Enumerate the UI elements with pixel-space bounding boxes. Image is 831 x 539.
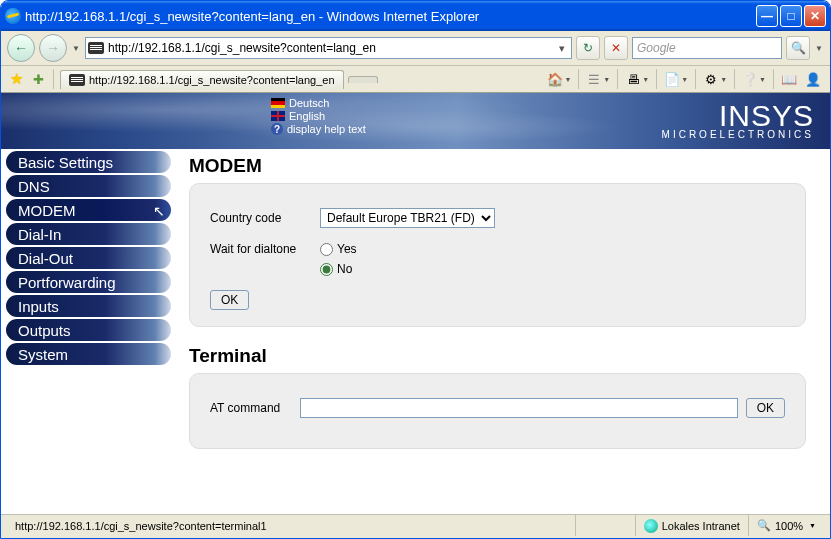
sidebar-item-system[interactable]: System bbox=[6, 343, 171, 365]
banner: Deutsch English ?display help text INSYS… bbox=[1, 93, 830, 149]
stop-button[interactable]: ✕ bbox=[604, 36, 628, 60]
address-bar[interactable]: http://192.168.1.1/cgi_s_newsite?content… bbox=[85, 37, 572, 59]
zoom-label: 100% bbox=[775, 520, 803, 532]
help-link[interactable]: ?display help text bbox=[271, 123, 366, 135]
wait-no-radio[interactable] bbox=[320, 263, 333, 276]
sidebar-item-dns[interactable]: DNS bbox=[6, 175, 171, 197]
modem-panel: Country code Default Europe TBR21 (FD) W… bbox=[189, 183, 806, 327]
site-icon bbox=[88, 42, 104, 54]
flag-en-icon bbox=[271, 111, 285, 121]
lang-de-link[interactable]: Deutsch bbox=[271, 97, 366, 109]
status-zone: Lokales Intranet bbox=[635, 515, 748, 536]
logo-top: INSYS bbox=[662, 99, 814, 133]
country-code-label: Country code bbox=[210, 211, 320, 225]
lang-en-label: English bbox=[289, 110, 325, 122]
research-button[interactable]: 📖 bbox=[778, 69, 800, 89]
close-button[interactable]: ✕ bbox=[804, 5, 826, 27]
address-dropdown[interactable]: ▾ bbox=[554, 42, 569, 55]
sidebar-item-label: Inputs bbox=[18, 298, 59, 315]
at-command-input[interactable] bbox=[300, 398, 738, 418]
wait-no-label: No bbox=[337, 262, 352, 276]
window-title: http://192.168.1.1/cgi_s_newsite?content… bbox=[25, 9, 756, 24]
ie-window: http://192.168.1.1/cgi_s_newsite?content… bbox=[0, 0, 831, 539]
modem-ok-button[interactable]: OK bbox=[210, 290, 249, 310]
status-zone-label: Lokales Intranet bbox=[662, 520, 740, 532]
sidebar-item-label: Outputs bbox=[18, 322, 71, 339]
terminal-ok-button[interactable]: OK bbox=[746, 398, 785, 418]
minimize-button[interactable]: — bbox=[756, 5, 778, 27]
ie-icon bbox=[5, 8, 21, 24]
flag-de-icon bbox=[271, 98, 285, 108]
help-label: display help text bbox=[287, 123, 366, 135]
sidebar-item-dial-out[interactable]: Dial-Out bbox=[6, 247, 171, 269]
zoom-icon: 🔍 bbox=[757, 519, 771, 532]
print-button[interactable]: 🖶▼ bbox=[622, 69, 652, 89]
tab-current[interactable]: http://192.168.1.1/cgi_s_newsite?content… bbox=[60, 70, 344, 89]
logo-bottom: MICROELECTRONICS bbox=[662, 129, 814, 140]
sidebar-item-label: MODEM bbox=[18, 202, 76, 219]
search-placeholder: Google bbox=[637, 41, 676, 55]
sidebar-item-dial-in[interactable]: Dial-In bbox=[6, 223, 171, 245]
lang-de-label: Deutsch bbox=[289, 97, 329, 109]
messenger-button[interactable]: 👤 bbox=[802, 69, 824, 89]
wait-dialtone-label: Wait for dialtone bbox=[210, 242, 320, 256]
search-go-button[interactable]: 🔍 bbox=[786, 36, 810, 60]
sidebar-item-label: System bbox=[18, 346, 68, 363]
cursor-icon: ↖ bbox=[153, 203, 165, 219]
nav-history-dropdown[interactable]: ▼ bbox=[71, 44, 81, 53]
help-button[interactable]: ❔▼ bbox=[739, 69, 769, 89]
tab-label: http://192.168.1.1/cgi_s_newsite?content… bbox=[89, 74, 335, 86]
help-icon: ? bbox=[271, 123, 283, 135]
address-text: http://192.168.1.1/cgi_s_newsite?content… bbox=[108, 41, 550, 55]
sidebar-item-portforwarding[interactable]: Portforwarding bbox=[6, 271, 171, 293]
statusbar: http://192.168.1.1/cgi_s_newsite?content… bbox=[1, 514, 830, 536]
sidebar-item-label: Portforwarding bbox=[18, 274, 116, 291]
sidebar-item-label: Dial-In bbox=[18, 226, 61, 243]
status-url: http://192.168.1.1/cgi_s_newsite?content… bbox=[7, 515, 575, 536]
tools-menu-button[interactable]: ⚙▼ bbox=[700, 69, 730, 89]
back-button[interactable]: ← bbox=[7, 34, 35, 62]
tab-toolbar: ★ ✚ http://192.168.1.1/cgi_s_newsite?con… bbox=[1, 66, 830, 93]
status-empty-1 bbox=[575, 515, 635, 536]
sidebar-item-modem[interactable]: MODEM↖ bbox=[6, 199, 171, 221]
sidebar-item-outputs[interactable]: Outputs bbox=[6, 319, 171, 341]
country-code-select[interactable]: Default Europe TBR21 (FD) bbox=[320, 208, 495, 228]
at-command-label: AT command bbox=[210, 401, 300, 415]
search-provider-dropdown[interactable]: ▼ bbox=[814, 44, 824, 53]
sidebar-item-label: DNS bbox=[18, 178, 50, 195]
terminal-title: Terminal bbox=[189, 345, 806, 367]
sidebar-item-inputs[interactable]: Inputs bbox=[6, 295, 171, 317]
wait-no-option[interactable]: No bbox=[320, 262, 357, 276]
main-area: MODEM Country code Default Europe TBR21 … bbox=[171, 149, 830, 477]
zoom-control[interactable]: 🔍 100% ▼ bbox=[748, 515, 824, 536]
wait-yes-label: Yes bbox=[337, 242, 357, 256]
new-tab-button[interactable] bbox=[348, 76, 378, 83]
lang-en-link[interactable]: English bbox=[271, 110, 366, 122]
page-content: Deutsch English ?display help text INSYS… bbox=[1, 93, 830, 514]
page-menu-button[interactable]: 📄▼ bbox=[661, 69, 691, 89]
wait-yes-radio[interactable] bbox=[320, 243, 333, 256]
modem-title: MODEM bbox=[189, 155, 806, 177]
maximize-button[interactable]: □ bbox=[780, 5, 802, 27]
sidebar-item-label: Basic Settings bbox=[18, 154, 113, 171]
tab-site-icon bbox=[69, 74, 85, 86]
logo: INSYS MICROELECTRONICS bbox=[662, 99, 814, 140]
sidebar-item-basic-settings[interactable]: Basic Settings bbox=[6, 151, 171, 173]
feeds-button[interactable]: ☰▼ bbox=[583, 69, 613, 89]
home-button[interactable]: 🏠▼ bbox=[544, 69, 574, 89]
terminal-panel: AT command OK bbox=[189, 373, 806, 449]
forward-button[interactable]: → bbox=[39, 34, 67, 62]
favorites-center-button[interactable]: ★ bbox=[7, 70, 25, 88]
nav-toolbar: ← → ▼ http://192.168.1.1/cgi_s_newsite?c… bbox=[1, 31, 830, 66]
zoom-dropdown-icon: ▼ bbox=[809, 522, 816, 529]
add-favorite-button[interactable]: ✚ bbox=[29, 70, 47, 88]
search-box[interactable]: Google bbox=[632, 37, 782, 59]
wait-yes-option[interactable]: Yes bbox=[320, 242, 357, 256]
zone-icon bbox=[644, 519, 658, 533]
titlebar: http://192.168.1.1/cgi_s_newsite?content… bbox=[1, 1, 830, 31]
refresh-button[interactable]: ↻ bbox=[576, 36, 600, 60]
sidebar: Basic Settings DNS MODEM↖ Dial-In Dial-O… bbox=[1, 149, 171, 477]
sidebar-item-label: Dial-Out bbox=[18, 250, 73, 267]
